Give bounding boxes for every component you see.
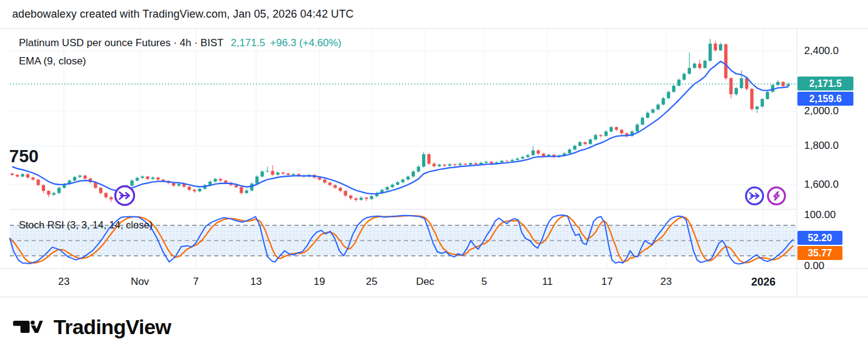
time-tick-label: 2026	[741, 276, 785, 289]
price-axis-label: 1,600.0	[804, 179, 839, 190]
time-tick-label: Dec	[403, 276, 447, 288]
symbol-title: Platinum USD per ounce Futures · 4h · BI…	[19, 37, 223, 49]
sticker-circle	[768, 188, 785, 205]
time-tick-label: 23	[644, 276, 688, 288]
stoch-d-badge: 35.77	[797, 246, 842, 260]
price-axis-label: 2,000.0	[804, 106, 839, 117]
time-tick-label: 25	[350, 276, 394, 288]
price-watermark: 750	[9, 146, 38, 166]
time-tick-label: 17	[585, 276, 629, 288]
price-chart-canvas[interactable]	[0, 0, 868, 359]
credit-text: adebowalexy created with TradingView.com…	[12, 8, 353, 21]
tradingview-logo[interactable]: TradingView	[12, 315, 171, 339]
price-axis-label: 1,800.0	[804, 140, 839, 151]
stoch-k-badge: 52.20	[797, 231, 842, 245]
time-tick-label: 19	[297, 276, 341, 288]
lightning-icon[interactable]	[766, 185, 787, 207]
merge-arrow-icon[interactable]	[113, 184, 136, 207]
time-tick-label: 7	[174, 276, 218, 288]
price-change-text: +96.3 (+4.60%)	[270, 37, 341, 49]
candles-layer	[10, 39, 790, 202]
time-tick-label: 11	[526, 276, 569, 288]
last-price-badge: 2,171.5	[797, 77, 853, 91]
ema-badge: 2,159.6	[797, 92, 853, 106]
ema-indicator-label[interactable]: EMA (9, close)	[19, 55, 86, 67]
chart-legend[interactable]: Platinum USD per ounce Futures · 4h · BI…	[19, 37, 341, 49]
tradingview-logo-text: TradingView	[54, 315, 171, 339]
stoch-rsi-label[interactable]: Stoch RSI (3, 3, 14, 14, close)	[19, 219, 153, 231]
tradingview-logo-mark	[12, 315, 44, 339]
merge-arrow-icon[interactable]	[744, 185, 765, 207]
ema-line	[12, 61, 788, 194]
last-price-text: 2,171.5	[231, 37, 265, 49]
stoch-axis-label: 100.00	[804, 210, 836, 221]
time-tick-label: 13	[234, 276, 278, 288]
price-axis[interactable]: 2,400.02,000.01,800.01,600.0100.000.002,…	[797, 0, 868, 297]
time-tick-label: Nov	[118, 276, 162, 288]
time-axis[interactable]: 23Nov7131925Dec51117232026	[0, 269, 797, 297]
time-tick-label: 5	[462, 276, 506, 288]
stoch-axis-label: 0.00	[804, 261, 824, 272]
price-axis-label: 2,400.0	[804, 46, 839, 56]
time-tick-label: 23	[42, 276, 86, 288]
